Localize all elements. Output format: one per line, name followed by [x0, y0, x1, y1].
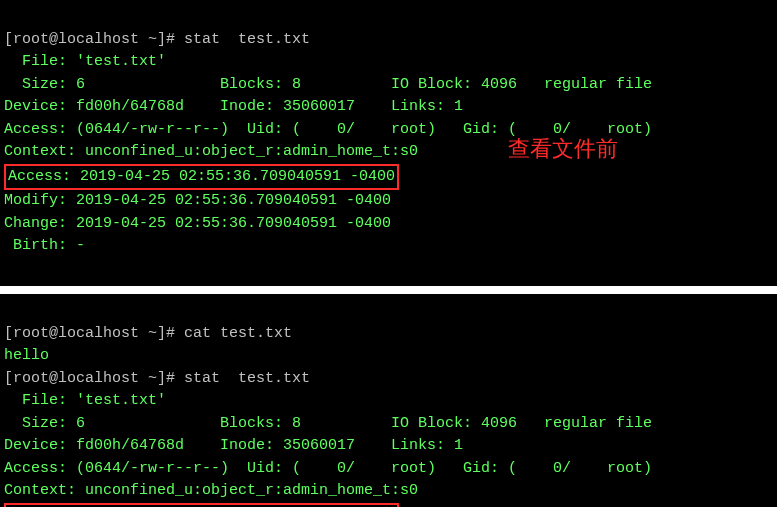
prompt: [root@localhost ~]# — [4, 325, 184, 342]
stat-access-time-highlight: Access: 2019-04-25 02:55:36.709040591 -0… — [4, 164, 399, 191]
stat-access-time-highlight: Access: 2019-04-25 02:56:28.188095123 -0… — [4, 503, 399, 508]
stat-context: Context: unconfined_u:object_r:admin_hom… — [4, 482, 418, 499]
command-stat: stat test.txt — [184, 31, 310, 48]
stat-birth: Birth: - — [4, 237, 85, 254]
terminal-before: [root@localhost ~]# stat test.txt File: … — [0, 0, 777, 286]
annotation-before: 查看文件前 — [508, 132, 618, 165]
stat-device: Device: fd00h/64768d Inode: 35060017 Lin… — [4, 437, 463, 454]
cat-output: hello — [4, 347, 49, 364]
stat-device: Device: fd00h/64768d Inode: 35060017 Lin… — [4, 98, 463, 115]
stat-size: Size: 6 Blocks: 8 IO Block: 4096 regular… — [4, 415, 652, 432]
stat-file: File: 'test.txt' — [4, 392, 166, 409]
stat-modify: Modify: 2019-04-25 02:55:36.709040591 -0… — [4, 192, 391, 209]
prompt: [root@localhost ~]# — [4, 31, 184, 48]
prompt: [root@localhost ~]# — [4, 370, 184, 387]
stat-context: Context: unconfined_u:object_r:admin_hom… — [4, 143, 418, 160]
terminal-after: [root@localhost ~]# cat test.txt hello [… — [0, 294, 777, 507]
command-cat: cat test.txt — [184, 325, 292, 342]
stat-change: Change: 2019-04-25 02:55:36.709040591 -0… — [4, 215, 391, 232]
command-stat: stat test.txt — [184, 370, 310, 387]
stat-file: File: 'test.txt' — [4, 53, 166, 70]
stat-size: Size: 6 Blocks: 8 IO Block: 4096 regular… — [4, 76, 652, 93]
stat-access-perm: Access: (0644/-rw-r--r--) Uid: ( 0/ root… — [4, 460, 652, 477]
stat-access-time: Access: 2019-04-25 02:55:36.709040591 -0… — [8, 168, 395, 185]
